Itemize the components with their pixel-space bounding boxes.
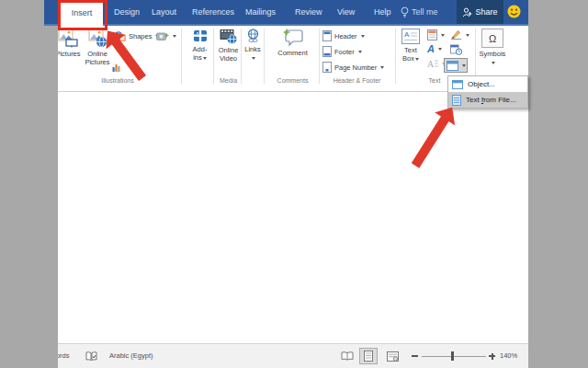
screenshot-button[interactable] xyxy=(156,31,176,40)
drop-cap-icon: A xyxy=(427,59,438,68)
svg-text:A: A xyxy=(404,30,410,39)
zoom-out-button[interactable] xyxy=(412,355,418,357)
chevron-down-icon xyxy=(441,34,445,37)
feedback-smiley-icon[interactable] xyxy=(507,5,521,18)
header-label: Header xyxy=(334,32,357,40)
omega-symbol-icon: Ω xyxy=(481,29,503,48)
chevron-down-icon xyxy=(415,58,419,61)
language-status[interactable]: Arabic (Egypt) xyxy=(109,344,153,368)
date-time-icon xyxy=(450,44,462,55)
add-ins-label-1: Add- xyxy=(186,45,214,53)
lightbulb-icon xyxy=(401,6,409,18)
chevron-down-icon xyxy=(462,64,466,67)
links-icon xyxy=(243,29,263,43)
object-button[interactable] xyxy=(444,58,468,73)
comment-label: Comment xyxy=(266,49,319,57)
chevron-down-icon xyxy=(438,48,442,51)
online-video-icon xyxy=(215,29,242,44)
group-separator xyxy=(213,29,214,84)
web-layout-button[interactable] xyxy=(387,351,399,362)
wordart-button[interactable]: A xyxy=(427,44,442,54)
comment-button[interactable]: Comment xyxy=(266,29,319,76)
text-box-label-2: Box xyxy=(402,54,414,63)
object-menu-icon xyxy=(452,80,463,89)
links-label: Links xyxy=(243,45,263,53)
tab-design[interactable]: Design xyxy=(114,0,140,24)
group-separator xyxy=(319,29,320,84)
pictures-button[interactable]: Pictures xyxy=(58,29,84,76)
date-time-button[interactable] xyxy=(450,44,462,55)
object-dropdown-menu: Object... Text from File... xyxy=(447,75,528,109)
comments-group-label: Comments xyxy=(266,77,319,84)
footer-icon xyxy=(322,46,332,57)
share-button[interactable]: Share xyxy=(457,0,503,24)
document-canvas[interactable] xyxy=(58,92,528,343)
zoom-level[interactable]: 140% xyxy=(500,344,517,368)
media-group-label: Media xyxy=(215,77,242,84)
tab-review[interactable]: Review xyxy=(295,0,322,24)
zoom-slider-track[interactable] xyxy=(422,356,486,357)
zoom-slider-thumb[interactable] xyxy=(451,351,454,361)
tab-mailings[interactable]: Mailings xyxy=(245,0,276,24)
group-separator xyxy=(264,29,265,84)
svg-text:A: A xyxy=(427,59,435,68)
status-bar: Words Arabic (Egypt) xyxy=(58,343,528,368)
group-separator xyxy=(395,29,396,84)
print-layout-icon xyxy=(364,351,373,362)
chevron-down-icon xyxy=(173,35,176,38)
text-box-button[interactable]: A Text Box xyxy=(397,29,424,76)
tab-help[interactable]: Help xyxy=(374,0,391,24)
tab-references[interactable]: References xyxy=(192,0,234,24)
add-ins-icon xyxy=(186,29,214,43)
read-mode-button[interactable] xyxy=(341,351,354,361)
word-count[interactable]: Words xyxy=(58,344,70,368)
page-number-icon xyxy=(322,62,332,73)
header-footer-group-label: Header & Footer xyxy=(319,77,395,84)
chevron-down-icon xyxy=(203,57,207,60)
group-separator xyxy=(241,29,242,84)
menu-item-object-label: Object... xyxy=(468,80,495,88)
footer-label: Footer xyxy=(334,48,355,56)
proofing-status-icon[interactable] xyxy=(85,351,97,362)
page-number-label: Page Number xyxy=(334,63,377,72)
header-icon xyxy=(322,30,332,41)
signature-line-button[interactable] xyxy=(450,29,469,40)
add-ins-label-2: ins xyxy=(193,53,202,62)
tab-layout[interactable]: Layout xyxy=(152,0,176,24)
add-ins-button[interactable]: Add- ins xyxy=(186,29,214,76)
wordart-icon: A xyxy=(427,44,435,54)
illustrations-group-label: Illustrations xyxy=(76,77,159,84)
menu-item-object[interactable]: Object... xyxy=(448,76,527,92)
comment-icon xyxy=(266,29,319,47)
quick-parts-button[interactable] xyxy=(427,29,445,40)
symbols-label: Symbols xyxy=(477,50,508,58)
footer-button[interactable]: Footer xyxy=(322,46,362,57)
chevron-down-icon xyxy=(358,51,362,53)
pictures-label: Pictures xyxy=(58,50,84,58)
online-video-label-2: Video xyxy=(215,54,242,63)
chevron-down-icon xyxy=(252,57,255,60)
menu-item-text-from-file-label: Text from File... xyxy=(466,96,516,104)
drop-cap-button[interactable]: A xyxy=(427,59,446,68)
symbols-button[interactable]: Ω Symbols xyxy=(477,29,508,76)
page-number-button[interactable]: Page Number xyxy=(322,62,384,73)
background: Insert Design Layout References Mailings… xyxy=(0,0,588,368)
object-icon xyxy=(447,61,458,71)
screenshot-icon xyxy=(156,31,169,40)
menu-item-text-from-file[interactable]: Text from File... xyxy=(448,92,527,108)
online-video-label-1: Online xyxy=(215,46,242,54)
text-box-label-1: Text xyxy=(397,46,424,54)
online-video-button[interactable]: Online Video xyxy=(215,29,242,76)
chevron-down-icon xyxy=(466,34,469,37)
insert-tab-highlight-box xyxy=(58,0,107,30)
header-button[interactable]: Header xyxy=(322,30,365,41)
print-layout-button[interactable] xyxy=(359,348,378,364)
links-button[interactable]: Links xyxy=(243,29,263,76)
ribbon-tab-bar: Insert Design Layout References Mailings… xyxy=(44,0,528,26)
text-box-icon: A xyxy=(397,29,424,44)
chevron-down-icon xyxy=(492,62,495,64)
online-pictures-label-2: Pictures xyxy=(83,58,112,66)
tab-view[interactable]: View xyxy=(337,0,355,24)
group-separator xyxy=(181,29,182,84)
tell-me-button[interactable]: Tell me xyxy=(401,0,438,24)
